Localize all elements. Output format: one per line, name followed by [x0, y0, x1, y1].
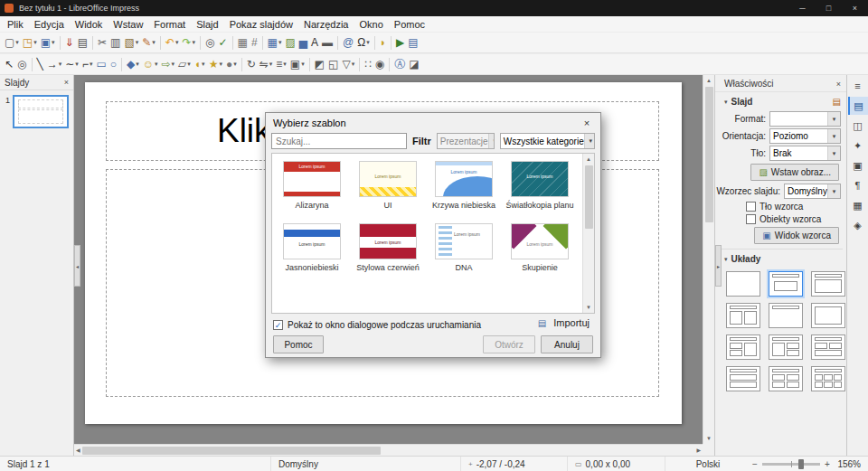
header-footer-icon[interactable]: ▬ [320, 33, 335, 52]
slide-section-more-icon[interactable]: ▤ [833, 97, 841, 107]
format-select[interactable]: ▾ [769, 111, 841, 127]
template-jasnoniebieski[interactable]: Lorem ipsumJasnoniebieski [274, 223, 350, 273]
layout-title-2content-over-content[interactable] [811, 334, 845, 360]
rotate-icon[interactable]: ↻ [245, 55, 258, 73]
scroll-right-icon[interactable]: ▶ [696, 446, 701, 455]
master-select-caret-icon[interactable]: ▾ [827, 184, 840, 198]
layouts-section-collapse-icon[interactable]: ▾ [724, 256, 728, 263]
ellipse-icon[interactable]: ○ [108, 55, 118, 73]
layout-title-content-over-content[interactable] [726, 366, 760, 391]
flowchart-dropdown-icon[interactable]: ▾ [187, 61, 191, 68]
menubar-item-1[interactable]: Edycja [29, 18, 70, 31]
scroll-up-icon[interactable]: ▲ [706, 76, 712, 85]
redo-dropdown-icon[interactable]: ▾ [192, 39, 195, 46]
new-document-icon[interactable]: ▢▾ [3, 33, 21, 52]
menubar-item-6[interactable]: Pokaz slajdów [224, 18, 298, 31]
spelling-icon[interactable]: ✓ [216, 33, 229, 52]
lines-arrows-icon[interactable]: →▾ [45, 55, 64, 73]
template-scroll-up-icon[interactable]: ▲ [586, 155, 591, 164]
menubar-item-9[interactable]: Pomoc [389, 18, 430, 31]
menubar-item-3[interactable]: Wstaw [108, 18, 148, 31]
layout-title-2content-content[interactable] [726, 334, 760, 360]
save-icon[interactable]: ▣▾ [39, 33, 57, 52]
sidebar-tab-animation[interactable]: ✦ [848, 137, 868, 155]
template-krzywa[interactable]: Lorem ipsumKrzywa niebieska [426, 161, 502, 211]
orientation-select[interactable]: Poziomo ▾ [769, 128, 841, 144]
show-dialog-checkbox-box[interactable]: ✓ [273, 320, 283, 330]
horizontal-scroll-thumb[interactable] [82, 447, 381, 455]
flowchart-icon[interactable]: ▱▾ [176, 55, 193, 73]
sidebar-tab-gallery[interactable]: ▦ [848, 196, 868, 214]
snap-guides-icon[interactable]: # [250, 33, 259, 52]
layout-centered-text[interactable] [811, 303, 845, 328]
layout-title-content-2content[interactable] [769, 334, 803, 360]
help-button[interactable]: Pomoc [273, 335, 324, 353]
master-objects-checkbox[interactable]: Obiekty wzorca [746, 214, 846, 224]
zoom-value[interactable]: 156% [835, 459, 868, 469]
template-skupienie[interactable]: Lorem ipsumSkupienie [502, 223, 578, 273]
start-slideshow-icon[interactable]: ▶ [394, 33, 406, 52]
clone-formatting-icon[interactable]: ✎▾ [140, 33, 157, 52]
menubar-item-7[interactable]: Narzędzia [298, 18, 354, 31]
insert-table-icon[interactable]: ▦▾ [266, 33, 284, 52]
open-dropdown-icon[interactable]: ▾ [33, 39, 37, 46]
sidebar-tab-properties[interactable]: ▤ [848, 97, 868, 115]
undo-icon[interactable]: ↶▾ [164, 33, 181, 52]
lines-arrows-dropdown-icon[interactable]: ▾ [59, 61, 62, 68]
slides-panel-collapse-handle[interactable]: ◂ [74, 245, 80, 287]
basic-shapes-icon[interactable]: ◆▾ [125, 55, 141, 73]
glue-points-icon[interactable]: ◉ [373, 55, 386, 73]
statusbar-language[interactable]: Polski [689, 457, 728, 471]
master-background-checkbox[interactable]: Tło wzorca [746, 202, 846, 212]
menubar-item-2[interactable]: Widok [70, 18, 108, 31]
import-button[interactable]: ▤ Importuj [538, 317, 590, 328]
insert-chart-icon[interactable]: ▅ [297, 33, 309, 52]
zoom-out-button[interactable]: − [750, 459, 760, 469]
master-background-checkbox-box[interactable] [746, 202, 756, 212]
print-icon[interactable]: ▤ [76, 33, 90, 52]
connector-dropdown-icon[interactable]: ▾ [90, 61, 93, 68]
copy-icon[interactable]: ▥ [108, 33, 122, 52]
template-swiatlokopia[interactable]: Lorem ipsumŚwiatłokopia planu [502, 161, 578, 211]
sidebar-tab-sidebar-settings[interactable]: ≡ [848, 77, 868, 95]
crop-icon[interactable]: ◱ [326, 55, 340, 73]
new-document-dropdown-icon[interactable]: ▾ [15, 39, 19, 46]
template-scroll-thumb[interactable] [585, 165, 593, 229]
stars-dropdown-icon[interactable]: ▾ [219, 61, 222, 68]
sidebar-tab-styles[interactable]: ¶ [848, 176, 868, 194]
minimize-button[interactable]: ─ [789, 0, 816, 16]
cut-icon[interactable]: ✂ [96, 33, 108, 52]
master-objects-checkbox-box[interactable] [746, 214, 756, 224]
extrusion-icon[interactable]: ◪ [407, 55, 420, 73]
template-dna[interactable]: Lorem ipsumDNA [426, 223, 502, 273]
align-icon[interactable]: ≡▾ [274, 55, 288, 73]
special-character-icon[interactable]: Ω▾ [355, 33, 372, 52]
clone-formatting-dropdown-icon[interactable]: ▾ [152, 39, 156, 46]
display-grid-icon[interactable]: ▦ [236, 33, 250, 52]
vertical-scrollbar[interactable]: ▲ ▼ [703, 75, 714, 444]
template-list-scrollbar[interactable]: ▲ ▼ [582, 154, 594, 313]
hyperlink-icon[interactable]: @ [341, 33, 355, 52]
layouts-section-header[interactable]: ▾ Układy [715, 250, 846, 267]
stars-icon[interactable]: ★▾ [207, 55, 224, 73]
zoom-slider[interactable] [762, 463, 820, 466]
callouts-dropdown-icon[interactable]: ▾ [202, 61, 205, 68]
shadow-icon[interactable]: ◩ [313, 55, 326, 73]
background-select[interactable]: Brak ▾ [769, 146, 841, 161]
zoom-slider-thumb[interactable] [798, 459, 804, 469]
template-scroll-down-icon[interactable]: ▼ [586, 303, 591, 312]
edit-points-icon[interactable]: ∷ [363, 55, 373, 73]
layout-title-2content[interactable] [726, 303, 760, 328]
find-replace-icon[interactable]: ◎ [203, 33, 216, 52]
symbol-shapes-icon[interactable]: ☺▾ [141, 55, 160, 73]
undo-dropdown-icon[interactable]: ▾ [175, 39, 179, 46]
layout-title-6content[interactable] [811, 366, 845, 391]
zoom-in-button[interactable]: + [823, 459, 832, 469]
open-icon[interactable]: ◳▾ [21, 33, 39, 52]
arrange-dropdown-icon[interactable]: ▾ [301, 61, 305, 68]
redo-icon[interactable]: ↷▾ [180, 33, 197, 52]
horizontal-scrollbar[interactable]: ◀ ▶ [74, 444, 703, 456]
master-view-button[interactable]: ▣ Widok wzorca [754, 227, 839, 244]
insert-textbox-icon[interactable]: A [309, 33, 320, 52]
flip-icon[interactable]: ⇋▾ [258, 55, 275, 73]
